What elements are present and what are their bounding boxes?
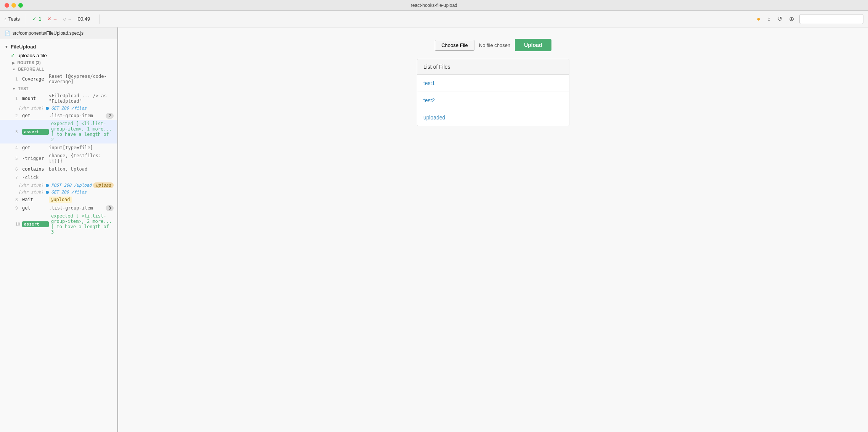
close-button[interactable] (5, 3, 9, 8)
cmd-name-get-9: get (22, 205, 49, 211)
test-name: uploads a file (18, 53, 47, 58)
right-panel: Choose File No file chosen Upload List o… (118, 27, 868, 432)
cmd-name-trigger-5: -trigger (22, 156, 49, 161)
divider2 (99, 15, 100, 24)
app: ‹ Tests ✓ 1 ✕ -- ○ -- 00.49 ● ↕ ↺ ⊕ (0, 11, 868, 432)
cmd-num-5: 5 (15, 156, 22, 161)
cmd-num-6: 6 (15, 167, 22, 172)
file-list-item-1[interactable]: test1 (417, 75, 569, 92)
xhr-row-get-files-2: (xhr stub) GET 200 /files (0, 189, 117, 195)
cmd-num-9: 9 (15, 206, 22, 211)
xhr-dot-post (46, 184, 49, 187)
xhr-label-1: (xhr stub) (18, 106, 43, 111)
xhr-detail-2: GET 200 /files (51, 190, 87, 195)
cmd-detail-mount: <FileUpload ... /> as "FileUpload" (49, 93, 114, 104)
cmd-row-assert-10[interactable]: 10 assert expected [ <li.list-group-item… (0, 212, 117, 236)
cmd-badge-2: 2 (106, 113, 114, 119)
choose-file-button[interactable]: Choose File (435, 40, 474, 51)
file-list-item-3[interactable]: uploaded (417, 109, 569, 126)
maximize-button[interactable] (18, 3, 23, 8)
pass-count: 1 (39, 16, 41, 22)
upload-button[interactable]: Upload (515, 39, 551, 51)
xhr-row-post-upload: (xhr stub) POST 200 /upload upload (0, 182, 117, 189)
test-tree: ▼ FileUpload ✓ uploads a file ▶ ROUTES (… (0, 39, 117, 432)
target-icon-button[interactable]: ⊕ (788, 14, 796, 24)
cmd-num-2: 2 (15, 113, 22, 118)
cmd-detail-assert-10: expected [ <li.list-group-item>, 2 more.… (49, 213, 114, 235)
pending-dot-button[interactable]: ● (755, 14, 762, 24)
cmd-name-get-2: get (22, 113, 49, 118)
cmd-badge-9: 3 (106, 205, 114, 211)
test-item[interactable]: ✓ uploads a file (0, 51, 117, 60)
content: 📄 src/components/FileUpload.spec.js ▼ Fi… (0, 27, 868, 432)
cmd-name-assert-3: assert (22, 129, 49, 135)
before-all-chevron-icon: ▼ (12, 68, 16, 71)
xhr-detail-post: POST 200 /upload (51, 183, 92, 188)
cmd-name-contains-6: contains (22, 166, 49, 172)
sort-icon-button[interactable]: ↕ (766, 14, 772, 24)
fail-stat: ✕ -- (47, 16, 57, 22)
cmd-detail-trigger-5: change, {testfiles: [{}]} (49, 153, 114, 164)
cmd-num-8: 8 (15, 197, 22, 202)
xhr-label-post: (xhr stub) (18, 183, 43, 188)
cmd-row-contains-6[interactable]: 6 contains button, Upload (0, 165, 117, 173)
cmd-name-coverage: Coverage (22, 76, 49, 82)
cmd-num-7: 7 (15, 175, 22, 180)
file-icon: 📄 (5, 31, 10, 36)
cmd-name-get-4: get (22, 145, 49, 150)
cmd-row-click-7[interactable]: 7 -click (0, 173, 117, 182)
window-controls (5, 3, 23, 8)
test-section[interactable]: ▼ TEST (0, 85, 117, 92)
cmd-row-get-9[interactable]: 9 get .list-group-item 3 (0, 204, 117, 212)
xhr-row-get-files-1: (xhr stub) GET 200 /files (0, 105, 117, 111)
file-path: src/components/FileUpload.spec.js (13, 31, 84, 36)
routes-chevron-icon: ▶ (12, 61, 15, 65)
cmd-row-trigger-5[interactable]: 5 -trigger change, {testfiles: [{}]} (0, 152, 117, 165)
before-all-label: BEFORE ALL (18, 67, 44, 71)
file-upload-area: Choose File No file chosen Upload (435, 39, 551, 51)
suite-chevron-icon: ▼ (5, 45, 8, 49)
file-list-panel: List of Files test1 test2 uploaded (417, 59, 569, 126)
pass-stat: ✓ 1 (32, 16, 41, 22)
cmd-row-get-4[interactable]: 4 get input[type=file] (0, 143, 117, 152)
minimize-button[interactable] (11, 3, 16, 8)
pending-stat: ○ -- (63, 16, 72, 22)
cmd-row-wait-8[interactable]: 8 wait @upload (0, 195, 117, 204)
cmd-wait-alias: @upload (49, 197, 72, 203)
file-list-header: List of Files (417, 59, 569, 75)
cmd-num-1: 1 (15, 77, 22, 82)
test-chevron-icon: ▼ (12, 87, 16, 91)
file-list-item-2[interactable]: test2 (417, 92, 569, 109)
suite-header[interactable]: ▼ FileUpload (0, 42, 117, 51)
cmd-detail-get-4: input[type=file] (49, 145, 114, 150)
file-header: 📄 src/components/FileUpload.spec.js (0, 27, 117, 39)
chevron-left-icon: ‹ (5, 17, 6, 21)
url-bar[interactable] (799, 14, 863, 24)
cmd-row-get-2[interactable]: 2 get .list-group-item 2 (0, 111, 117, 120)
cmd-row-assert-3[interactable]: 3 assert expected [ <li.list-group-item>… (0, 120, 117, 143)
refresh-button[interactable]: ↺ (776, 14, 784, 24)
no-file-text: No file chosen (479, 42, 510, 48)
test-pass-icon: ✓ (11, 52, 15, 58)
cmd-num-3: 3 (15, 129, 22, 134)
before-all-section[interactable]: ▼ BEFORE ALL (0, 66, 117, 73)
routes-section[interactable]: ▶ ROUTES (3) (0, 60, 117, 66)
cmd-detail-coverage: Reset [@cypress/code-coverage] (49, 74, 114, 84)
cmd-row-coverage[interactable]: 1 Coverage Reset [@cypress/code-coverage… (0, 73, 117, 85)
cmd-detail-get-2: .list-group-item (49, 113, 106, 118)
xhr-dot-2 (46, 191, 49, 194)
window-title: react-hooks-file-upload (411, 3, 457, 8)
title-bar: react-hooks-file-upload (0, 0, 868, 11)
left-panel: 📄 src/components/FileUpload.spec.js ▼ Fi… (0, 27, 118, 432)
cmd-detail-get-9: .list-group-item (49, 205, 106, 211)
suite-name: FileUpload (11, 44, 36, 50)
test-section-label: TEST (18, 87, 29, 91)
divider (26, 15, 26, 24)
tests-nav[interactable]: ‹ Tests (5, 16, 20, 22)
toolbar-right: ● ↕ ↺ ⊕ (755, 14, 863, 24)
cmd-row-mount[interactable]: 1 mount <FileUpload ... /> as "FileUploa… (0, 92, 117, 105)
cmd-name-click-7: -click (22, 175, 49, 180)
timer: 00.49 (78, 16, 93, 22)
fail-count: -- (53, 16, 57, 22)
toolbar: ‹ Tests ✓ 1 ✕ -- ○ -- 00.49 ● ↕ ↺ ⊕ (0, 11, 868, 27)
